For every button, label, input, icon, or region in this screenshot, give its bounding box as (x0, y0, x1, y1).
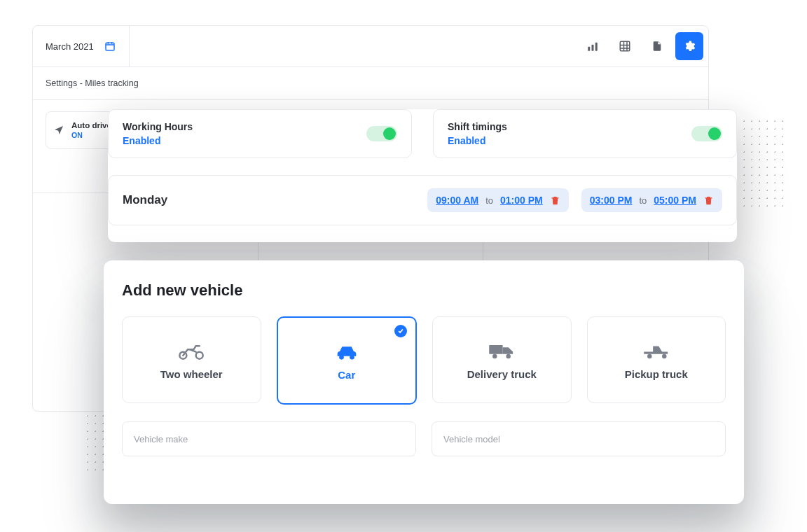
svg-point-7 (339, 355, 344, 360)
vehicle-option-label: Car (338, 369, 355, 381)
svg-point-12 (647, 354, 651, 358)
day-row: Monday 09:00 AM to 01:00 PM 03:00 PM to … (108, 175, 737, 225)
working-hours-title: Working Hours (123, 121, 193, 132)
slot-1-to[interactable]: 01:00 PM (500, 195, 543, 206)
time-slot-2: 03:00 PM to 05:00 PM (581, 188, 722, 212)
working-hours-card: Working Hours Enabled (108, 109, 412, 158)
vehicle-make-input[interactable] (122, 421, 416, 456)
svg-rect-1 (588, 47, 590, 51)
working-hours-toggle[interactable] (366, 126, 397, 141)
vehicle-option-pickup-truck[interactable]: Pickup truck (587, 316, 726, 403)
auto-drive-status: ON (71, 131, 111, 139)
shift-timings-card: Shift timings Enabled (433, 109, 737, 158)
vehicle-option-car[interactable]: Car (277, 316, 418, 405)
auto-drive-label: Auto drive (71, 121, 111, 130)
slot-2-from[interactable]: 03:00 PM (590, 195, 633, 206)
svg-point-8 (350, 355, 354, 360)
to-label: to (485, 195, 493, 206)
vehicle-model-input[interactable] (432, 421, 726, 456)
time-slot-1: 09:00 AM to 01:00 PM (427, 188, 569, 212)
trash-icon[interactable] (703, 195, 714, 206)
chart-icon[interactable] (579, 32, 607, 60)
add-vehicle-panel: Add new vehicle Two wheeler Car Delivery… (104, 260, 744, 504)
topbar: March 2021 (33, 26, 708, 67)
vehicle-option-label: Delivery truck (467, 368, 537, 380)
motorcycle-icon (177, 340, 206, 361)
topbar-icons (574, 26, 708, 66)
working-hours-panel: Working Hours Enabled Shift timings Enab… (108, 109, 737, 242)
navigation-icon (53, 125, 64, 136)
day-name: Monday (123, 193, 167, 207)
delivery-truck-icon (487, 340, 516, 361)
add-vehicle-heading: Add new vehicle (122, 281, 726, 300)
shift-timings-toggle[interactable] (691, 126, 722, 141)
car-icon (332, 341, 361, 362)
shift-timings-status: Enabled (448, 135, 507, 146)
topbar-spacer (130, 26, 574, 66)
svg-point-13 (662, 354, 666, 358)
calendar-icon[interactable] (104, 40, 116, 52)
working-hours-status: Enabled (123, 135, 193, 146)
gear-icon[interactable] (675, 32, 703, 60)
check-icon (394, 325, 407, 337)
slot-1-from[interactable]: 09:00 AM (436, 195, 478, 206)
svg-rect-9 (489, 344, 502, 354)
svg-rect-2 (592, 45, 594, 51)
svg-rect-3 (595, 43, 598, 51)
subtitle-text: Settings - Miles tracking (46, 78, 139, 88)
vehicle-option-label: Two wheeler (160, 368, 223, 380)
svg-point-11 (506, 354, 511, 358)
pickup-truck-icon (642, 340, 671, 361)
file-icon[interactable] (643, 32, 671, 60)
svg-rect-4 (620, 41, 630, 51)
page-subtitle: Settings - Miles tracking (33, 67, 708, 100)
auto-drive-lines: Auto drive ON (71, 121, 111, 139)
vehicle-option-two-wheeler[interactable]: Two wheeler (122, 316, 261, 403)
vehicle-option-delivery-truck[interactable]: Delivery truck (432, 316, 572, 403)
svg-point-6 (196, 351, 203, 358)
period-selector[interactable]: March 2021 (33, 26, 130, 66)
grid-icon[interactable] (611, 32, 639, 60)
period-label: March 2021 (46, 41, 94, 52)
svg-point-10 (492, 354, 497, 358)
vehicle-option-label: Pickup truck (625, 368, 688, 380)
slot-2-to[interactable]: 05:00 PM (654, 195, 696, 206)
to-label: to (639, 195, 647, 206)
svg-rect-0 (106, 43, 114, 50)
shift-timings-title: Shift timings (448, 121, 507, 132)
trash-icon[interactable] (550, 195, 560, 206)
